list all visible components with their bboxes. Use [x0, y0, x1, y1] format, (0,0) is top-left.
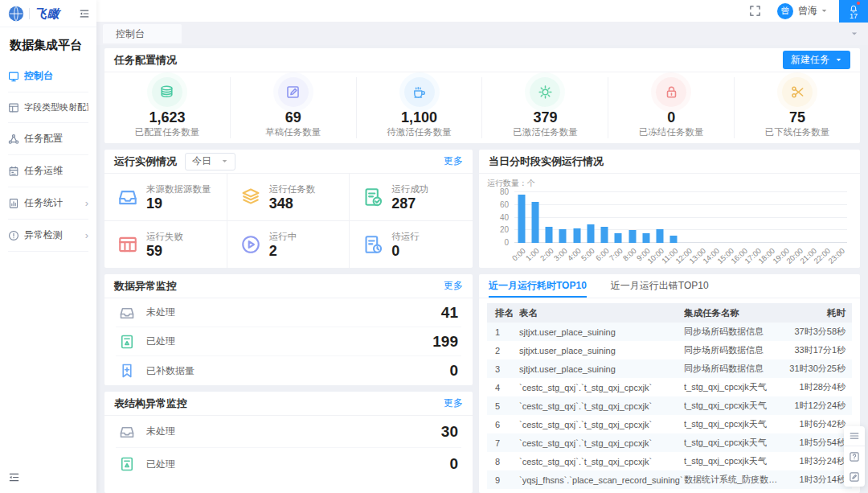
monitor-row-label: 未处理: [146, 306, 175, 319]
cell-task-name: 同步场所码数据信息: [684, 363, 778, 375]
tab-error-top10[interactable]: 近一月运行出错TOP10: [611, 274, 709, 298]
cell-duration: 31时30分25秒: [778, 363, 852, 375]
cell-rank: 7: [487, 438, 519, 448]
user-caret-down-icon[interactable]: [821, 7, 828, 14]
task-stat-card: 1,623已配置任务数量: [104, 77, 231, 138]
run-stat-texts: 待运行0: [391, 231, 420, 259]
top10-tabs: 近一月运行耗时TOP10 近一月运行出错TOP10: [479, 274, 860, 298]
cell-table-name: `yqsj_fhsns`.`place_scan_record_suining`: [519, 475, 684, 485]
table-anomaly-panel: 表结构异常监控 更多 未处理30已处理0: [104, 392, 473, 493]
y-tick-label: 80: [500, 187, 509, 196]
doc-refresh-icon: [119, 456, 135, 472]
new-task-caret-down-icon: [835, 56, 842, 64]
play-circle-icon: [240, 234, 261, 255]
sidebar-item-anomaly[interactable]: 异常检测›: [8, 220, 88, 252]
table-row[interactable]: 9`yqsj_fhsns`.`place_scan_record_suining…: [487, 470, 852, 489]
float-help-button[interactable]: [844, 446, 865, 466]
chart-plot: 0204060800:001:002:003:004:005:006:007:0…: [514, 192, 847, 243]
table-row[interactable]: 2sjtjxt.user_place_suining同步场所码数据信息33时17…: [487, 341, 852, 359]
avatar[interactable]: 曾: [777, 3, 793, 19]
chart-bar: [559, 229, 567, 243]
tabbar-chevron-down-icon[interactable]: [850, 30, 858, 38]
tab-duration-top10[interactable]: 近一月运行耗时TOP10: [489, 274, 587, 298]
app-root: 飞瞰 数据集成平台 控制台字段类型映射配置任务配置任务运维任务统计›异常检测› …: [0, 0, 868, 493]
cell-duration: 1时5分54秒: [778, 437, 852, 449]
top10-table: 排名 表名 集成任务名称 耗时 1sjtjxt.user_place_suini…: [487, 303, 852, 493]
task-stat-value: 75: [789, 109, 805, 126]
monitor-row-value: 0: [449, 362, 461, 380]
cell-task-name: t_stg_qxj_cpcxjk天气: [684, 418, 778, 430]
sidebar: 飞瞰 数据集成平台 控制台字段类型映射配置任务配置任务运维任务统计›异常检测›: [0, 0, 96, 493]
data-anomaly-more-link[interactable]: 更多: [444, 279, 463, 293]
cell-rank: 8: [487, 457, 519, 466]
run-stat-label: 运行任务数: [269, 183, 316, 195]
task-stat-label: 待激活任务数量: [387, 126, 452, 138]
hourly-chart-title: 当日分时段实例运行情况: [489, 154, 604, 169]
chart-bar: [642, 233, 649, 243]
sidebar-item-task-ops[interactable]: 任务运维: [8, 155, 88, 187]
table-anomaly-title: 表结构异常监控: [114, 396, 187, 411]
task-stat-icon-wrap: [530, 77, 560, 107]
user-name[interactable]: 曾海: [798, 4, 817, 18]
table-header-row: 排名 表名 集成任务名称 耗时: [487, 303, 852, 323]
bell-icon: [849, 4, 858, 14]
table-row[interactable]: 8`cestc_stg_qxj`.`t_stg_qxj_cpcxjk`t_stg…: [487, 452, 852, 470]
table-anomaly-more-link[interactable]: 更多: [444, 396, 463, 410]
new-task-button[interactable]: 新建任务: [783, 51, 850, 69]
run-stat-cell: 运行失败59: [104, 221, 227, 268]
table-row[interactable]: 7`cestc_stg_qxj`.`t_stg_qxj_cpcxjk`t_stg…: [487, 433, 852, 452]
chart-bar: [670, 236, 678, 243]
cell-duration: 1时12分24秒: [778, 400, 852, 412]
tabbar: 控制台: [96, 23, 868, 45]
sidebar-item-mapping[interactable]: 字段类型映射配置: [8, 92, 88, 123]
database-icon: [159, 84, 174, 100]
run-stat-label: 运行中: [269, 231, 297, 243]
cell-duration: 33时17分1秒: [778, 344, 852, 356]
monitor-row: 未处理30: [116, 416, 461, 448]
chevron-right-icon: ›: [85, 232, 88, 240]
chart-bar: [628, 230, 636, 243]
doc-check-icon: [362, 187, 383, 207]
notification-button[interactable]: 17: [839, 0, 868, 23]
anomaly-icon: [8, 230, 19, 241]
run-instance-panel: 运行实例情况 今日 更多 来源数据源数量19运行任务数348运行成功287运行失…: [104, 150, 473, 268]
task-stat-icon-wrap: [152, 77, 182, 107]
run-instance-stats: 来源数据源数量19运行任务数348运行成功287运行失败59运行中2待运行0: [104, 174, 473, 268]
table-row[interactable]: 3sjtjxt.user_place_suining同步场所码数据信息31时30…: [487, 359, 852, 378]
menu-fold-icon[interactable]: [79, 8, 90, 19]
cell-duration: 37时3分58秒: [778, 326, 852, 338]
chart-bar: [573, 228, 580, 243]
task-stats-icon: [8, 198, 19, 209]
bookmark-plus-icon: [119, 363, 135, 379]
fullscreen-icon[interactable]: [749, 5, 761, 17]
cell-table-name: `cestc_stg_qxj`.`t_stg_qxj_cpcxjk`: [519, 401, 684, 411]
chart-area: 运行数量：个 0204060800:001:002:003:004:005:00…: [487, 175, 854, 268]
sidebar-item-task-config[interactable]: 任务配置: [8, 123, 88, 155]
table-row[interactable]: 5`cestc_stg_qxj`.`t_stg_qxj_cpcxjk`t_stg…: [487, 396, 852, 415]
gridline: 40: [514, 217, 847, 218]
table-row[interactable]: 6`cestc_stg_qxj`.`t_stg_qxj_cpcxjk`t_stg…: [487, 415, 852, 433]
table-row[interactable]: 1sjtjxt.user_place_suining同步场所码数据信息37时3分…: [487, 323, 852, 341]
run-stat-value: 348: [269, 195, 316, 212]
sidebar-item-dashboard[interactable]: 控制台: [8, 60, 88, 92]
float-menu-button[interactable]: [844, 426, 865, 446]
data-anomaly-title: 数据异常监控: [114, 279, 177, 294]
float-feedback-button[interactable]: [844, 466, 865, 487]
cell-task-name: 同步场所码数据信息: [684, 326, 778, 338]
monitor-row: 已处理199: [116, 327, 461, 356]
collapse-sidebar-icon[interactable]: [8, 471, 20, 483]
sidebar-item-task-stats[interactable]: 任务统计›: [8, 187, 88, 220]
run-stat-value: 287: [391, 195, 428, 212]
tab-console[interactable]: 控制台: [103, 24, 182, 43]
platform-title: 数据集成平台: [0, 27, 96, 60]
run-instance-more-link[interactable]: 更多: [444, 154, 463, 168]
inbox-icon: [119, 305, 135, 321]
task-stat-icon-wrap: [782, 77, 813, 107]
run-stat-label: 运行成功: [391, 183, 428, 195]
period-select[interactable]: 今日: [185, 153, 235, 170]
task-stat-icon-wrap: [278, 77, 309, 107]
table-row[interactable]: 4`cestc_stg_qxj`.`t_stg_qxj_cpcxjk`t_stg…: [487, 378, 852, 396]
table-row[interactable]: 10`cestc_stg_qxj`.`t_stg_qxj_cpcxjk`t_st…: [487, 489, 852, 493]
cell-table-name: `cestc_stg_qxj`.`t_stg_qxj_cpcxjk`: [519, 420, 684, 429]
main-area: 曾 曾海 17 控制台 任务配置情况 新建任务: [96, 0, 868, 493]
